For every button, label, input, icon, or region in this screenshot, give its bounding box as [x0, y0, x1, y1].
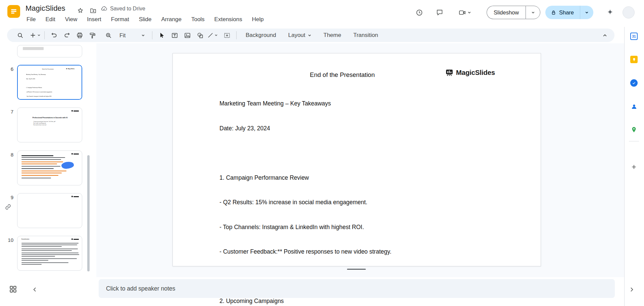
doc-title[interactable]: MagicSlides	[26, 4, 65, 13]
slide-body-line: 1. Campaign Performance Review	[219, 174, 527, 182]
menu-insert[interactable]: Insert	[86, 16, 102, 23]
menu-arrange[interactable]: Arrange	[160, 16, 182, 23]
get-addons-icon[interactable]	[630, 163, 638, 171]
redo-button[interactable]	[61, 30, 72, 41]
slide-body-line: Marketing Team Meeting – Key Takeaways	[219, 99, 527, 108]
insert-placeholder-button[interactable]	[221, 30, 233, 41]
menu-slide[interactable]: Slide	[138, 16, 153, 23]
slide-thumbnail-6[interactable]: End of the Presentation MagicSlides Mark…	[17, 65, 82, 100]
undo-button[interactable]	[48, 30, 60, 41]
slide-number-10: 10	[3, 237, 13, 243]
slideshow-options-button[interactable]	[526, 6, 540, 19]
slide-thumbnail-partial[interactable]	[17, 45, 82, 57]
meet-camera-button[interactable]	[458, 9, 471, 16]
keep-icon[interactable]	[630, 56, 638, 63]
thumbnail-image-block	[23, 47, 44, 50]
slide-thumbnail-9[interactable]	[17, 193, 82, 228]
layout-button[interactable]: Layout	[283, 30, 317, 41]
brand-label: MagicSlides	[456, 69, 495, 77]
divider	[44, 31, 45, 39]
slideshow-button[interactable]: Slideshow	[487, 6, 526, 19]
menu-edit[interactable]: Edit	[44, 16, 56, 23]
move-folder-icon[interactable]	[87, 5, 99, 16]
divider	[236, 31, 237, 39]
plus-icon	[29, 32, 37, 39]
hide-filmstrip-icon[interactable]	[32, 286, 38, 293]
chevron-down-icon	[37, 34, 41, 37]
app-logo[interactable]	[7, 5, 20, 18]
insert-line-button[interactable]	[207, 32, 218, 39]
slide-brand-logo[interactable]: MagicSlides	[445, 68, 495, 77]
divider	[152, 31, 152, 39]
version-history-icon[interactable]	[412, 6, 426, 19]
share-label: Share	[559, 9, 574, 16]
filmstrip-scrollbar[interactable]	[87, 155, 90, 271]
slide-number-6: 6	[3, 66, 13, 72]
slide-thumbnail-8[interactable]	[17, 150, 82, 185]
saved-status[interactable]: Saved to Drive	[101, 5, 145, 12]
slide-thumbnail-10[interactable]: Conclusion:	[17, 236, 82, 271]
thumbnail-brand-mark	[71, 196, 79, 197]
new-slide-button[interactable]	[29, 32, 41, 39]
menu-help[interactable]: Help	[251, 16, 265, 23]
insert-shape-button[interactable]	[194, 30, 206, 41]
maps-icon[interactable]	[630, 126, 638, 133]
menu-format[interactable]: Format	[110, 16, 130, 23]
star-icon[interactable]	[75, 5, 86, 16]
insert-image-button[interactable]	[182, 30, 193, 41]
lock-icon	[551, 10, 556, 15]
slides-glyph-icon	[10, 8, 17, 15]
layout-label: Layout	[288, 32, 305, 39]
zoom-icon[interactable]	[103, 30, 114, 41]
divider	[629, 141, 639, 141]
slide-number-8: 8	[3, 152, 13, 158]
text-box-button[interactable]	[169, 30, 180, 41]
paint-format-button[interactable]	[87, 30, 98, 41]
open-side-panel-icon[interactable]	[628, 286, 635, 293]
thumbnail-brand-mark	[71, 110, 79, 112]
print-button[interactable]	[74, 30, 85, 41]
share-options-button[interactable]	[580, 6, 593, 19]
gemini-sparkle-icon[interactable]	[603, 6, 617, 19]
speaker-notes-input[interactable]: Click to add speaker notes	[99, 279, 615, 298]
slide-body-text[interactable]: Marketing Team Meeting – Key Takeaways D…	[219, 83, 527, 306]
slide-body-line: Date: July 23, 2024	[219, 124, 527, 133]
link-icon[interactable]	[5, 204, 11, 210]
slideshow-split-button: Slideshow	[487, 6, 540, 19]
slide-body-line: - Q2 Results: 15% increase in social med…	[219, 198, 527, 207]
toolbar: Fit Background Layout Theme Transi	[7, 29, 614, 42]
notes-resize-handle[interactable]	[347, 269, 366, 270]
scribble-shape	[61, 161, 74, 169]
chevron-down-icon	[531, 11, 535, 14]
transition-button[interactable]: Transition	[348, 30, 384, 41]
background-button[interactable]: Background	[240, 30, 282, 41]
theme-button[interactable]: Theme	[318, 30, 347, 41]
contacts-icon[interactable]	[630, 103, 638, 110]
menu-view[interactable]: View	[64, 16, 79, 23]
line-icon	[207, 32, 214, 39]
avatar[interactable]	[623, 6, 635, 18]
menu-tools[interactable]: Tools	[190, 16, 206, 23]
comments-icon[interactable]	[433, 6, 446, 19]
brand-chart-icon	[445, 68, 454, 77]
menu-file[interactable]: File	[26, 16, 37, 23]
slide-body-line: - Top Channels: Instagram & LinkedIn wit…	[219, 223, 527, 231]
slide-thumbnail-7[interactable]: Professional Presentations in Seconds wi…	[17, 107, 82, 142]
share-button[interactable]: Share	[545, 6, 580, 19]
grid-view-icon[interactable]	[9, 285, 17, 294]
search-menus-icon[interactable]	[14, 30, 26, 41]
slide-editor[interactable]: End of the Presentation MagicSlides Mark…	[172, 53, 541, 266]
thumbnail-content: End of the Presentation MagicSlides Mark…	[18, 65, 82, 100]
menu-extensions[interactable]: Extensions	[213, 16, 243, 23]
tasks-icon[interactable]	[630, 79, 638, 87]
select-tool-button[interactable]	[156, 30, 167, 41]
cloud-check-icon	[101, 5, 107, 12]
calendar-icon[interactable]: 31	[630, 33, 638, 40]
collapse-toolbar-button[interactable]	[599, 30, 610, 41]
brand-chart-icon	[66, 68, 67, 70]
slide-body-line: 2. Upcoming Campaigns	[219, 297, 527, 305]
saved-status-label: Saved to Drive	[110, 6, 145, 12]
zoom-fit-select[interactable]: Fit	[115, 30, 148, 41]
menu-bar: File Edit View Insert Format Slide Arran…	[26, 16, 265, 23]
thumbnail-brand-mark	[71, 153, 79, 155]
